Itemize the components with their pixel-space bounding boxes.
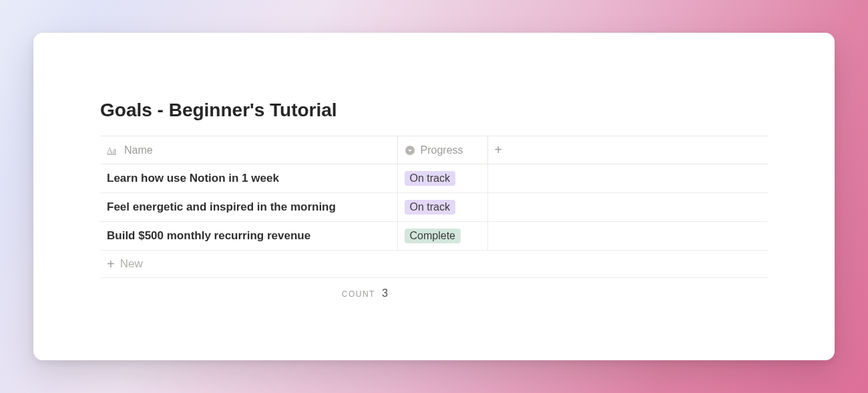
cell-name[interactable]: Learn how use Notion in 1 week bbox=[100, 164, 397, 193]
cell-progress[interactable]: On track bbox=[397, 164, 487, 193]
cell-progress[interactable]: Complete bbox=[397, 222, 487, 251]
cell-empty[interactable] bbox=[487, 222, 768, 251]
column-header-name[interactable]: Aa Name bbox=[100, 136, 397, 164]
page-title: Goals - Beginner's Tutorial bbox=[100, 100, 768, 121]
database-table: Aa Name Progress bbox=[100, 136, 768, 251]
table-row[interactable]: Feel energetic and inspired in the morni… bbox=[100, 193, 768, 222]
column-header-progress[interactable]: Progress bbox=[397, 136, 487, 164]
cell-name[interactable]: Build $500 monthly recurring revenue bbox=[100, 222, 397, 251]
status-tag: On track bbox=[405, 200, 455, 215]
table-row[interactable]: Build $500 monthly recurring revenue Com… bbox=[100, 222, 768, 251]
plus-icon: + bbox=[107, 257, 115, 271]
cell-empty[interactable] bbox=[487, 164, 768, 193]
count-cell[interactable]: COUNT 3 bbox=[100, 287, 397, 299]
new-row-button[interactable]: + New bbox=[100, 251, 768, 278]
status-tag: On track bbox=[405, 171, 455, 186]
table-footer: COUNT 3 bbox=[100, 278, 768, 299]
plus-icon: + bbox=[495, 143, 503, 156]
cell-empty[interactable] bbox=[487, 193, 768, 222]
cell-name[interactable]: Feel energetic and inspired in the morni… bbox=[100, 193, 397, 222]
table-header-row: Aa Name Progress bbox=[100, 136, 768, 164]
new-row-label: New bbox=[120, 257, 143, 271]
text-property-icon: Aa bbox=[107, 144, 119, 156]
table-body: Learn how use Notion in 1 week On track … bbox=[100, 164, 768, 251]
count-value: 3 bbox=[382, 287, 388, 299]
add-column-button[interactable]: + bbox=[487, 136, 768, 164]
column-header-name-label: Name bbox=[124, 144, 153, 156]
column-header-progress-label: Progress bbox=[421, 144, 463, 156]
count-label: COUNT bbox=[342, 289, 375, 299]
table-row[interactable]: Learn how use Notion in 1 week On track bbox=[100, 164, 768, 193]
svg-text:Aa: Aa bbox=[107, 146, 117, 155]
cell-progress[interactable]: On track bbox=[397, 193, 487, 222]
status-tag: Complete bbox=[405, 229, 461, 243]
select-property-icon bbox=[405, 145, 415, 156]
database-card: Goals - Beginner's Tutorial Aa Name bbox=[33, 33, 835, 360]
